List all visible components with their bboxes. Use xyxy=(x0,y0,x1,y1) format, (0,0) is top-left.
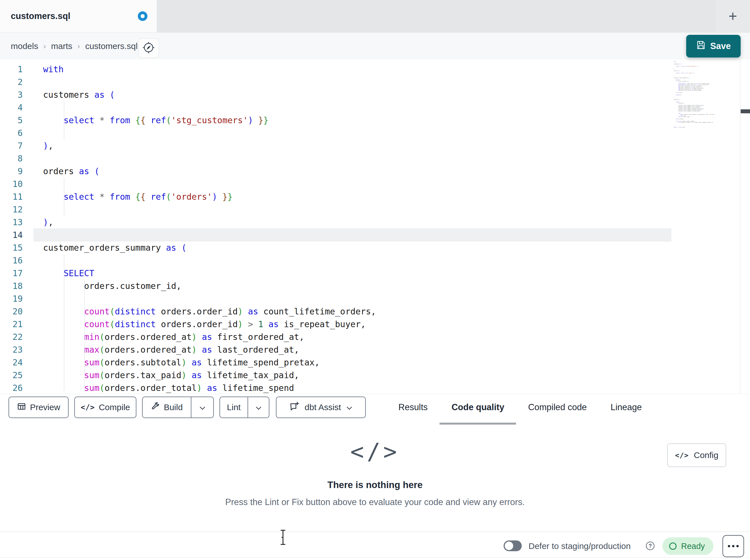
compile-label: Compile xyxy=(99,402,130,412)
code-line[interactable]: 7), xyxy=(0,139,671,152)
line-number: 9 xyxy=(0,165,23,178)
code-text: min(orders.ordered_at) as first_ordered_… xyxy=(43,331,304,343)
code-editor[interactable]: 1with23customers as (45 select * from {{… xyxy=(0,60,750,394)
code-line[interactable]: 11 select * from {{ ref('orders') }} xyxy=(0,190,671,203)
status-ready-icon xyxy=(669,542,676,550)
breadcrumb-file[interactable]: customers.sql xyxy=(85,41,138,51)
editor-tab-bar: customers.sql + xyxy=(0,0,750,33)
code-line[interactable]: 26 sum(orders.order_total) as lifetime_s… xyxy=(0,381,671,394)
code-line[interactable]: 18 orders.customer_id, xyxy=(0,279,671,292)
code-line[interactable]: 25 sum(orders.tax_paid) as lifetime_tax_… xyxy=(0,369,671,381)
code-line[interactable]: 12 xyxy=(0,203,671,216)
tab-compiled-code[interactable]: Compiled code xyxy=(516,397,598,418)
code-line[interactable]: 2 xyxy=(0,76,671,88)
code-line[interactable]: 20 count(distinct orders.order_id) as co… xyxy=(0,305,671,318)
line-number: 22 xyxy=(0,331,23,343)
code-lines: 1with23customers as (45 select * from {{… xyxy=(0,63,671,394)
code-line[interactable]: 6 xyxy=(0,127,671,139)
navigate-file-button[interactable] xyxy=(138,38,159,58)
compile-button[interactable]: </> Compile xyxy=(74,397,136,418)
line-number: 10 xyxy=(0,178,23,190)
code-line[interactable]: 17 SELECT xyxy=(0,267,671,279)
code-line[interactable]: 3customers as ( xyxy=(0,88,671,101)
tab-results[interactable]: Results xyxy=(387,397,439,418)
line-number: 23 xyxy=(0,343,23,356)
defer-toggle[interactable] xyxy=(504,540,522,551)
indent-guide xyxy=(84,279,85,391)
breadcrumb-marts[interactable]: marts xyxy=(51,41,72,51)
code-text: with xyxy=(43,63,63,76)
status-ready-label: Ready xyxy=(681,542,705,551)
editor-toolbar: Preview </> Compile Build Lint xyxy=(0,394,750,431)
scrollbar-thumb[interactable] xyxy=(741,109,750,113)
overflow-menu-button[interactable] xyxy=(723,535,744,557)
line-number: 1 xyxy=(0,63,23,76)
build-dropdown-button[interactable] xyxy=(191,397,213,417)
build-label: Build xyxy=(164,402,183,412)
config-label: Config xyxy=(694,450,718,460)
code-line[interactable]: 23 max(orders.ordered_at) as last_ordere… xyxy=(0,343,671,356)
assist-chat-icon xyxy=(289,401,299,414)
config-button[interactable]: </> Config xyxy=(667,443,726,467)
help-icon[interactable]: ? xyxy=(646,542,654,550)
code-line[interactable]: 15customer_orders_summary as ( xyxy=(0,241,671,254)
line-number: 16 xyxy=(0,254,23,267)
code-text: ), xyxy=(43,139,53,152)
code-line[interactable]: 13), xyxy=(0,216,671,229)
results-tabs: ResultsCode qualityCompiled codeLineage xyxy=(387,397,654,418)
status-badge[interactable]: Ready xyxy=(663,537,713,555)
preview-button[interactable]: Preview xyxy=(8,397,68,418)
code-line[interactable]: 1with xyxy=(0,63,671,76)
breadcrumb-models[interactable]: models xyxy=(11,41,38,51)
line-number: 12 xyxy=(0,203,23,216)
code-line[interactable]: 9orders as ( xyxy=(0,165,671,178)
breadcrumb-separator: › xyxy=(43,42,46,51)
lint-button[interactable]: Lint xyxy=(220,397,248,417)
dbt-assist-button[interactable]: dbt Assist xyxy=(276,397,366,418)
line-number: 25 xyxy=(0,369,23,381)
breadcrumb-separator: › xyxy=(77,42,80,51)
line-number: 2 xyxy=(0,76,23,88)
code-line[interactable]: 5 select * from {{ ref('stg_customers') … xyxy=(0,114,671,127)
code-line[interactable]: 22 min(orders.ordered_at) as first_order… xyxy=(0,331,671,343)
code-line[interactable]: 16 xyxy=(0,254,671,267)
code-text: count(distinct orders.order_id) as count… xyxy=(43,305,376,318)
line-number: 17 xyxy=(0,267,23,279)
line-number: 24 xyxy=(0,356,23,369)
code-line[interactable]: 4 xyxy=(0,101,671,114)
line-number: 3 xyxy=(0,88,23,101)
build-button[interactable]: Build xyxy=(143,397,191,417)
code-line[interactable]: 8 xyxy=(0,152,671,165)
build-split-button: Build xyxy=(142,397,214,418)
line-number: 6 xyxy=(0,127,23,139)
code-line[interactable]: 24 sum(orders.subtotal) as lifetime_spen… xyxy=(0,356,671,369)
line-number: 4 xyxy=(0,101,23,114)
lint-dropdown-button[interactable] xyxy=(248,397,269,417)
empty-state-message: Press the Lint or Fix button above to ev… xyxy=(0,497,750,507)
active-line-highlight xyxy=(34,229,671,241)
line-number: 26 xyxy=(0,381,23,394)
code-line[interactable]: 10 xyxy=(0,178,671,190)
code-text: select * from {{ ref('orders') }} xyxy=(43,190,233,203)
code-text: SELECT xyxy=(43,267,94,279)
window-bottom-hairline xyxy=(0,557,750,558)
editor-right-divider xyxy=(740,60,741,394)
code-line[interactable]: 21 count(distinct orders.order_id) > 1 a… xyxy=(0,318,671,331)
code-icon: </> xyxy=(81,403,95,412)
tab-code-quality[interactable]: Code quality xyxy=(439,397,516,418)
code-text: sum(orders.tax_paid) as lifetime_tax_pai… xyxy=(43,369,299,381)
line-number: 7 xyxy=(0,139,23,152)
minimap[interactable]: with customers as ( select * from {{ ref… xyxy=(674,61,739,128)
save-label: Save xyxy=(710,41,731,51)
code-line[interactable]: 19 xyxy=(0,292,671,305)
tab-lineage[interactable]: Lineage xyxy=(598,397,654,418)
code-text: sum(orders.order_total) as lifetime_spen… xyxy=(43,381,294,394)
chevron-down-icon xyxy=(199,402,205,412)
tab-customers-sql[interactable]: customers.sql xyxy=(0,0,157,32)
plus-icon: + xyxy=(728,8,737,25)
indent-guide xyxy=(64,101,64,139)
save-button[interactable]: Save xyxy=(686,35,741,58)
code-line[interactable]: 14 xyxy=(0,229,671,241)
chevron-down-icon xyxy=(346,402,353,412)
new-tab-button[interactable]: + xyxy=(716,0,750,32)
